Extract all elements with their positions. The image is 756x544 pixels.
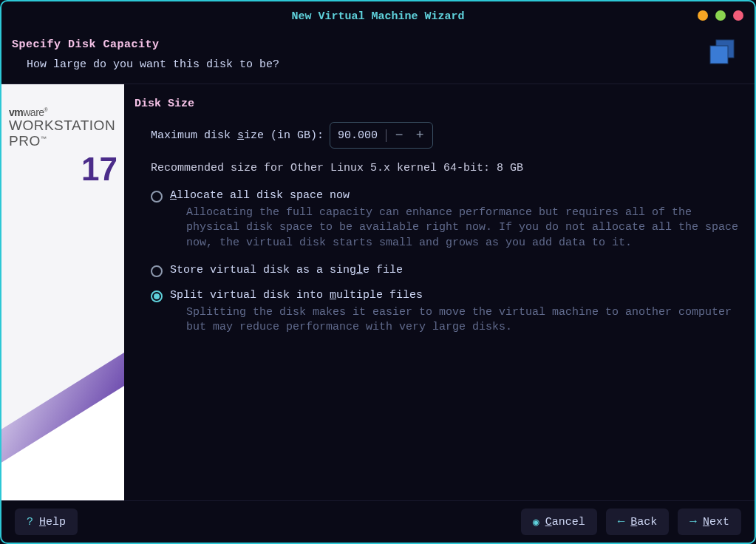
- back-arrow-icon: ←: [618, 515, 625, 528]
- next-arrow-icon: →: [689, 515, 697, 528]
- minimize-button[interactable]: [698, 10, 708, 21]
- page-subtitle: How large do you want this disk to be?: [27, 58, 706, 71]
- increment-button[interactable]: +: [412, 127, 428, 143]
- disk-size-row: Maximum disk size (in GB): − +: [151, 122, 744, 149]
- cancel-icon: ◉: [533, 515, 539, 529]
- window-controls: [698, 10, 743, 21]
- maximize-button[interactable]: [715, 10, 726, 21]
- back-label: Back: [630, 516, 657, 528]
- svg-rect-1: [710, 46, 728, 64]
- next-button[interactable]: → Next: [678, 509, 741, 535]
- decrement-button[interactable]: −: [391, 127, 407, 143]
- disk-allocation-options: Allocate all disk space now Allocating t…: [151, 189, 744, 335]
- titlebar: New Virtual Machine Wizard: [1, 1, 755, 31]
- wizard-body: vmware® WORKSTATION PRO™ 17 Disk Size Ma…: [1, 84, 755, 501]
- radio-label: Split virtual disk into multiple files: [170, 289, 423, 302]
- radio-split-files[interactable]: Split virtual disk into multiple files: [151, 289, 744, 302]
- page-title: Specify Disk Capacity: [12, 38, 706, 51]
- radio-indicator: [151, 265, 163, 277]
- radio-split-files-desc: Splitting the disk makes it easier to mo…: [186, 305, 744, 336]
- radio-allocate-all-desc: Allocating the full capacity can enhance…: [186, 205, 744, 251]
- brand-workstation: WORKSTATION: [9, 118, 124, 133]
- radio-label: Allocate all disk space now: [170, 189, 350, 202]
- window-title: New Virtual Machine Wizard: [291, 10, 464, 23]
- close-button[interactable]: [733, 10, 743, 21]
- brand-version: 17: [81, 151, 118, 188]
- radio-label: Store virtual disk as a single file: [170, 264, 403, 276]
- cancel-label: Cancel: [545, 516, 585, 528]
- section-title: Disk Size: [134, 98, 744, 110]
- radio-allocate-all[interactable]: Allocate all disk space now: [151, 189, 744, 203]
- help-icon: ?: [27, 516, 33, 528]
- radio-indicator: [151, 191, 163, 203]
- disk-size-label: Maximum disk size (in GB):: [151, 129, 324, 142]
- main-content: Disk Size Maximum disk size (in GB): − +…: [124, 84, 755, 500]
- brand-sidebar: vmware® WORKSTATION PRO™ 17: [1, 84, 124, 500]
- wizard-footer: ? Help ◉ Cancel ← Back → Next: [1, 501, 755, 543]
- disk-size-spinbox[interactable]: − +: [330, 122, 433, 149]
- disk-size-input[interactable]: [338, 129, 386, 142]
- help-button[interactable]: ? Help: [15, 509, 78, 535]
- help-label: Help: [39, 516, 66, 528]
- radio-indicator: [151, 290, 163, 302]
- next-label: Next: [703, 516, 729, 528]
- cancel-button[interactable]: ◉ Cancel: [521, 509, 597, 535]
- brand-pro: PRO™: [9, 133, 124, 149]
- disk-icon: [706, 37, 738, 73]
- recommended-size-hint: Recommended size for Other Linux 5.x ker…: [151, 162, 744, 174]
- wizard-header: Specify Disk Capacity How large do you w…: [1, 31, 755, 84]
- radio-single-file[interactable]: Store virtual disk as a single file: [151, 264, 744, 277]
- brand-vmware: vmware®: [9, 106, 124, 118]
- back-button[interactable]: ← Back: [606, 509, 670, 535]
